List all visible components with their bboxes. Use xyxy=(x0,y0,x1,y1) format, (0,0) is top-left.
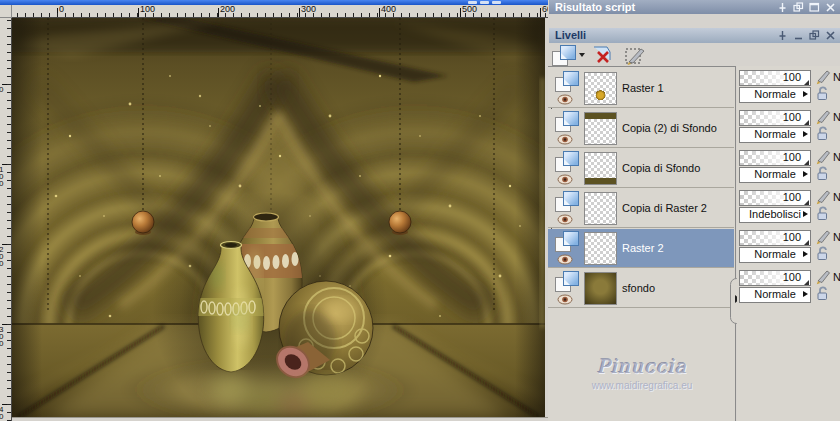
layer-controls: 100 N Indebolisci xyxy=(737,190,840,226)
lock-icon[interactable] xyxy=(815,205,830,221)
lock-icon[interactable] xyxy=(815,285,830,301)
layer-page-icon xyxy=(555,151,581,172)
opacity-slider[interactable]: 100 xyxy=(739,230,811,246)
ruler-tick xyxy=(218,8,219,17)
layer-name: Raster 2 xyxy=(622,242,664,254)
layers-panel-header[interactable]: Livelli xyxy=(549,28,840,43)
brush-icon xyxy=(814,268,831,285)
ruler-corner xyxy=(0,5,12,18)
window-button[interactable] xyxy=(480,1,489,4)
eye-icon[interactable] xyxy=(557,134,573,145)
layer-row-copia-di-sfondo[interactable]: Copia di Sfondo xyxy=(548,149,734,188)
blend-mode-select[interactable]: Normale xyxy=(739,87,811,103)
opacity-slider[interactable]: 100 xyxy=(739,70,811,86)
layer-page-icon xyxy=(555,71,581,92)
lock-icon[interactable] xyxy=(815,165,830,181)
eye-icon[interactable] xyxy=(557,174,573,185)
float-icon[interactable] xyxy=(809,30,820,41)
layer-thumbnail[interactable] xyxy=(584,232,617,265)
opacity-slider[interactable]: 100 xyxy=(739,110,811,126)
eye-icon[interactable] xyxy=(557,294,573,305)
window-button[interactable] xyxy=(492,1,501,4)
ruler-label: 100 xyxy=(0,166,6,187)
blend-mode-select[interactable]: Normale xyxy=(739,167,811,183)
ruler-label: 200 xyxy=(0,246,6,267)
ruler-tick xyxy=(2,164,11,165)
layer-name: Copia di Sfondo xyxy=(622,162,700,174)
delete-layer-button[interactable] xyxy=(590,45,620,65)
blend-mode-select[interactable]: Normale xyxy=(739,127,811,143)
blend-mode-select[interactable]: Normale xyxy=(739,287,811,303)
image-canvas[interactable] xyxy=(12,18,545,417)
pin-icon[interactable] xyxy=(777,30,788,41)
dropdown-arrow-icon xyxy=(803,251,808,257)
layer-thumbnail[interactable] xyxy=(584,112,617,145)
edit-selection-icon xyxy=(624,45,648,66)
blend-mode-value: Normale xyxy=(754,168,796,180)
layer-row-raster-2[interactable]: Raster 2 xyxy=(548,229,734,268)
layer-thumbnail[interactable] xyxy=(584,152,617,185)
blend-mode-select[interactable]: Normale xyxy=(739,247,811,263)
dropdown-arrow-icon xyxy=(803,291,808,297)
opacity-slider[interactable]: 100 xyxy=(739,190,811,206)
layer-thumbnail[interactable] xyxy=(584,72,617,105)
layer-thumbnail[interactable] xyxy=(584,272,617,305)
layer-controls-column: 100 N Normale 100 N Normale 100 N Normal… xyxy=(737,66,840,421)
close-icon[interactable] xyxy=(825,2,836,13)
new-layer-icon xyxy=(552,45,578,66)
opacity-value: 100 xyxy=(783,111,801,124)
dropdown-arrow-icon xyxy=(803,211,808,217)
watermark-url: www.maidiregrafica.eu xyxy=(548,380,736,391)
new-layer-button[interactable] xyxy=(552,45,582,65)
layers-panel: Risultato script Livelli xyxy=(548,0,840,421)
pin-icon[interactable] xyxy=(777,2,788,13)
close-icon[interactable] xyxy=(825,30,836,41)
clipped-column-label: N xyxy=(833,190,840,204)
eye-icon[interactable] xyxy=(557,254,573,265)
layers-panel-title: Livelli xyxy=(555,29,586,41)
ruler-label: 200 xyxy=(220,5,235,14)
layer-name: Copia (2) di Sfondo xyxy=(622,122,717,134)
clipped-column-label: N xyxy=(833,230,840,244)
ruler-tick xyxy=(379,8,380,17)
layer-page-icon xyxy=(555,111,581,132)
lock-icon[interactable] xyxy=(815,85,830,101)
blend-mode-value: Normale xyxy=(754,248,796,260)
ruler-label: 0 xyxy=(0,86,6,93)
delete-layer-icon xyxy=(590,45,616,66)
script-result-panel-header[interactable]: Risultato script xyxy=(549,0,840,14)
layer-page-icon xyxy=(555,191,581,212)
blend-mode-select[interactable]: Indebolisci xyxy=(739,207,811,223)
float-icon[interactable] xyxy=(793,2,804,13)
opacity-value: 100 xyxy=(783,191,801,204)
maximize-icon[interactable] xyxy=(809,2,820,13)
layer-row-raster-1[interactable]: Raster 1 xyxy=(548,69,734,108)
blend-mode-value: Normale xyxy=(754,88,796,100)
edit-selection-button[interactable] xyxy=(624,45,654,65)
layer-row-copia-di-raster-2[interactable]: Copia di Raster 2 xyxy=(548,189,734,228)
eye-icon[interactable] xyxy=(557,214,573,225)
eye-icon[interactable] xyxy=(557,94,573,105)
opacity-value: 100 xyxy=(783,231,801,244)
clipped-column-label: N xyxy=(833,110,840,124)
opacity-slider[interactable]: 100 xyxy=(739,150,811,166)
vertical-ruler: 0 100 200 300 400 xyxy=(0,18,12,421)
ruler-tick xyxy=(57,8,58,17)
layer-row-copia-2-di-sfondo[interactable]: Copia (2) di Sfondo xyxy=(548,109,734,148)
brush-icon xyxy=(814,148,831,165)
clipped-column-label: N xyxy=(833,70,840,84)
lock-icon[interactable] xyxy=(815,125,830,141)
lock-icon[interactable] xyxy=(815,245,830,261)
opacity-slider[interactable]: 100 xyxy=(739,270,811,286)
ruler-label: 300 xyxy=(0,326,6,347)
blend-mode-value: Normale xyxy=(754,128,796,140)
layer-thumbnail[interactable] xyxy=(584,192,617,225)
ruler-tick xyxy=(2,84,11,85)
layers-toolbar xyxy=(548,44,840,65)
brush-icon xyxy=(814,68,831,85)
layer-row-sfondo[interactable]: sfondo xyxy=(548,269,734,308)
layer-controls: 100 N Normale xyxy=(737,230,840,266)
ruler-label: 0 xyxy=(59,5,64,14)
brush-icon xyxy=(814,188,831,205)
minimize-icon[interactable] xyxy=(793,30,804,41)
